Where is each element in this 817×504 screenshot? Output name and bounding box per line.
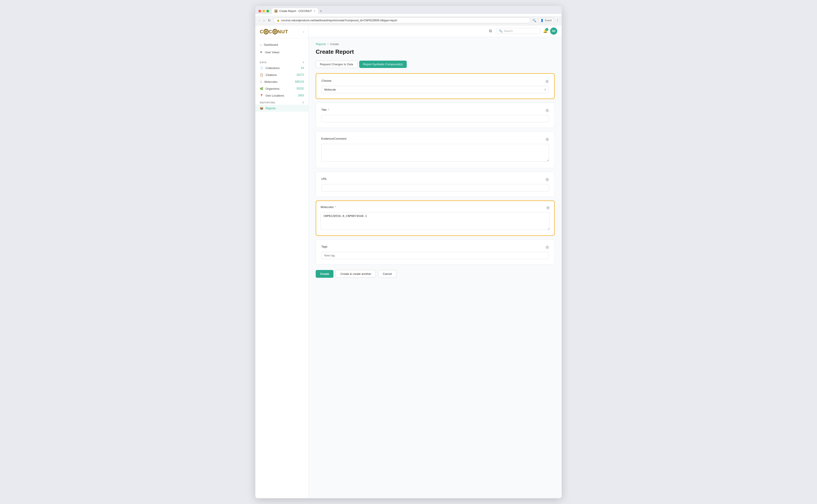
profile-icon: 👤	[540, 19, 544, 22]
sidebar-item-reports[interactable]: 📦 Reports	[255, 105, 308, 112]
choose-help-icon[interactable]: ?	[545, 80, 549, 83]
tab-close-icon[interactable]: ✕	[314, 10, 315, 12]
choose-label: Choose	[321, 79, 331, 82]
sidebar-item-collections-label: Collections	[266, 66, 280, 70]
top-bar-right: ⧉ 🔍 Search 🔔 0 SK	[488, 28, 557, 35]
evidence-textarea[interactable]	[321, 144, 549, 162]
user-avatar[interactable]: SK	[550, 28, 557, 35]
sidebar-item-label: User Views	[265, 51, 280, 54]
tab-favicon: 🥥	[274, 10, 278, 13]
reload-button[interactable]: ↻	[267, 18, 272, 23]
sidebar-item-geo-locations[interactable]: 📍 Geo Locations 2653	[255, 92, 308, 99]
molecules-label: Molecules*	[321, 205, 336, 209]
user-views-icon: ⚑	[260, 51, 263, 54]
sidebar: C⊙C⊙NUT ‹ ⌂ Dashboard ⚑ User Views Data …	[255, 25, 309, 498]
tab-buttons: Request Changes to Data Report Synthetic…	[316, 61, 555, 68]
search-placeholder: Search	[504, 29, 513, 33]
evidence-help-icon[interactable]: ?	[545, 138, 549, 141]
minimize-button[interactable]	[262, 10, 265, 12]
search-bar[interactable]: 🔍 Search	[496, 28, 540, 34]
breadcrumb-current: Create	[330, 42, 339, 46]
sidebar-item-label: Dashboard	[264, 43, 278, 46]
main-content: Reports > Create Create Report Request C…	[309, 37, 562, 498]
reporting-section-chevron: ∧	[302, 101, 304, 104]
collections-icon: 📄	[260, 66, 263, 70]
back-button[interactable]: ‹	[258, 18, 261, 23]
title-input[interactable]	[321, 115, 549, 122]
sidebar-item-molecules-label: Molecules	[264, 80, 278, 83]
sidebar-item-citations[interactable]: 📋 Citations 24272	[255, 71, 308, 78]
title-help-icon[interactable]: ?	[545, 109, 549, 112]
forward-button[interactable]: ›	[263, 18, 266, 23]
security-lock-icon: 🔒	[277, 19, 280, 22]
tags-help-icon[interactable]: ?	[545, 246, 549, 249]
action-buttons: Create Create & create another Cancel	[316, 270, 555, 278]
create-button[interactable]: Create	[316, 270, 333, 278]
molecules-field-card: Molecules* ? CNP0228556.0,CNP0074548.1	[316, 200, 555, 236]
molecules-textarea[interactable]: CNP0228556.0,CNP0074548.1	[321, 212, 550, 230]
url-field-card: URL ?	[316, 172, 555, 197]
evidence-label: Evidence/Comment	[321, 137, 346, 140]
choose-select[interactable]: Molecule Citation Organism Geo Location	[321, 86, 549, 93]
browser-tab[interactable]: 🥥 Create Report - COCONUT ✕	[272, 8, 318, 14]
request-changes-tab[interactable]: Request Changes to Data	[316, 61, 357, 68]
sidebar-item-collections[interactable]: 📄 Collections 63	[255, 65, 308, 71]
guest-label: Guest	[545, 19, 552, 22]
sidebar-item-organisms[interactable]: 🌿 Organisms 55252	[255, 85, 308, 92]
organisms-count: 55252	[297, 87, 304, 90]
new-tab-button[interactable]: +	[318, 9, 324, 13]
evidence-field-card: Evidence/Comment ?	[316, 131, 555, 168]
geo-locations-icon: 📍	[260, 94, 263, 97]
logo: C⊙C⊙NUT	[260, 29, 288, 35]
url-help-icon[interactable]: ?	[545, 178, 549, 181]
app-layout: C⊙C⊙NUT ‹ ⌂ Dashboard ⚑ User Views Data …	[255, 25, 562, 498]
url-input[interactable]	[321, 184, 549, 191]
guest-profile-button[interactable]: 👤 Guest	[538, 18, 554, 23]
molecules-required-star: *	[335, 205, 336, 209]
zoom-icon: 🔍	[532, 19, 536, 22]
collections-count: 63	[301, 66, 304, 69]
search-icon: 🔍	[499, 29, 502, 33]
notification-button[interactable]: 🔔 0	[543, 29, 547, 33]
url-bar[interactable]: 🔒 coconut.naturalproducts.net/dashboard/…	[273, 18, 531, 23]
tab-title: Create Report - COCONUT	[279, 10, 312, 13]
report-synthetic-tab[interactable]: Report Synthetic Compound(s)	[359, 61, 407, 68]
breadcrumb-reports-link[interactable]: Reports	[316, 42, 326, 46]
notification-badge: 0	[545, 28, 548, 31]
close-button[interactable]	[258, 10, 261, 12]
title-label: Title*	[321, 108, 329, 111]
sidebar-item-organisms-label: Organisms	[266, 87, 280, 90]
molecules-icon: ⬡	[260, 80, 262, 83]
molecules-count: 695133	[295, 80, 304, 83]
choose-field-card: Choose ? Molecule Citation Organism Geo …	[316, 73, 555, 99]
sidebar-item-user-views[interactable]: ⚑ User Views	[255, 49, 308, 56]
menu-dots-icon[interactable]: ⋮	[556, 19, 559, 22]
copy-icon-button[interactable]: ⧉	[488, 28, 493, 34]
citations-icon: 📋	[260, 73, 263, 77]
title-required-star: *	[328, 108, 329, 111]
reporting-section-header: Reporting ∧	[255, 99, 308, 105]
sidebar-item-geo-locations-label: Geo Locations	[266, 94, 284, 97]
molecules-help-icon[interactable]: ?	[546, 206, 550, 210]
maximize-button[interactable]	[266, 10, 269, 12]
citations-count: 24272	[297, 73, 304, 76]
geo-locations-count: 2653	[298, 94, 304, 97]
breadcrumb-separator: >	[327, 42, 329, 46]
cancel-button[interactable]: Cancel	[378, 270, 396, 278]
tags-field-card: Tags ?	[316, 239, 555, 265]
sidebar-item-molecules[interactable]: ⬡ Molecules 695133	[255, 78, 308, 85]
page-title: Create Report	[316, 48, 555, 55]
choose-select-wrapper: Molecule Citation Organism Geo Location …	[321, 86, 549, 93]
data-section-chevron: ∧	[302, 61, 304, 63]
breadcrumb: Reports > Create	[316, 42, 555, 46]
organisms-icon: 🌿	[260, 87, 263, 90]
url-label: URL	[321, 177, 327, 181]
sidebar-navigation: ⌂ Dashboard ⚑ User Views	[255, 38, 308, 59]
sidebar-item-citations-label: Citations	[266, 73, 277, 77]
create-another-button[interactable]: Create & create another	[336, 270, 376, 278]
sidebar-collapse-button[interactable]: ‹	[303, 30, 304, 34]
sidebar-item-dashboard[interactable]: ⌂ Dashboard	[255, 41, 308, 49]
reports-icon: 📦	[260, 107, 263, 110]
url-text: coconut.naturalproducts.net/dashboard/re…	[281, 19, 397, 22]
tags-input[interactable]	[321, 252, 549, 259]
